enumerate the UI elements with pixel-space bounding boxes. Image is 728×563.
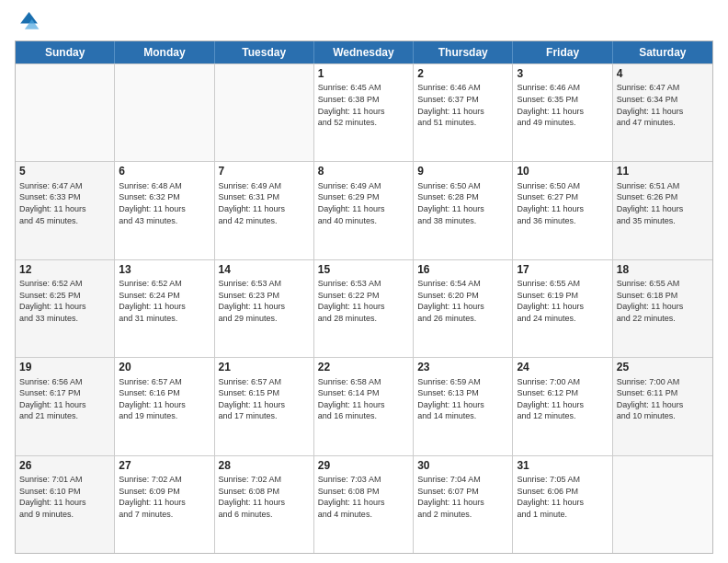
day-number: 23	[417, 361, 508, 373]
cal-cell-2-6: 10Sunrise: 6:50 AM Sunset: 6:27 PM Dayli…	[513, 162, 612, 259]
day-number: 8	[318, 165, 409, 178]
day-info: Sunrise: 6:58 AM Sunset: 6:14 PM Dayligh…	[318, 376, 409, 422]
day-info: Sunrise: 6:53 AM Sunset: 6:23 PM Dayligh…	[219, 278, 310, 324]
day-number: 9	[417, 165, 508, 178]
svg-marker-0	[20, 12, 38, 23]
day-info: Sunrise: 6:51 AM Sunset: 6:26 PM Dayligh…	[617, 180, 709, 226]
calendar-body: 1Sunrise: 6:45 AM Sunset: 6:38 PM Daylig…	[16, 63, 712, 553]
day-number: 13	[119, 263, 210, 276]
calendar-row-3: 12Sunrise: 6:52 AM Sunset: 6:25 PM Dayli…	[16, 259, 712, 357]
cal-cell-1-4: 1Sunrise: 6:45 AM Sunset: 6:38 PM Daylig…	[314, 64, 414, 161]
day-number: 4	[617, 67, 709, 80]
day-number: 17	[517, 263, 608, 276]
day-number: 20	[119, 361, 210, 373]
day-info: Sunrise: 6:59 AM Sunset: 6:13 PM Dayligh…	[417, 376, 508, 422]
day-number: 30	[417, 459, 508, 472]
weekday-header-sunday: Sunday	[16, 41, 115, 63]
cal-cell-1-5: 2Sunrise: 6:46 AM Sunset: 6:37 PM Daylig…	[414, 64, 513, 161]
day-info: Sunrise: 6:49 AM Sunset: 6:29 PM Dayligh…	[318, 180, 409, 226]
day-number: 19	[19, 361, 110, 373]
day-info: Sunrise: 6:57 AM Sunset: 6:16 PM Dayligh…	[119, 376, 210, 422]
day-info: Sunrise: 7:01 AM Sunset: 6:10 PM Dayligh…	[19, 474, 110, 520]
cal-cell-2-2: 6Sunrise: 6:48 AM Sunset: 6:32 PM Daylig…	[115, 162, 214, 259]
day-info: Sunrise: 6:47 AM Sunset: 6:33 PM Dayligh…	[19, 180, 110, 226]
day-info: Sunrise: 7:00 AM Sunset: 6:12 PM Dayligh…	[517, 376, 608, 422]
cal-cell-3-5: 16Sunrise: 6:54 AM Sunset: 6:20 PM Dayli…	[414, 260, 513, 357]
cal-cell-5-4: 29Sunrise: 7:03 AM Sunset: 6:08 PM Dayli…	[314, 456, 414, 553]
cal-cell-4-3: 21Sunrise: 6:57 AM Sunset: 6:15 PM Dayli…	[215, 358, 314, 454]
cal-cell-5-7	[613, 456, 712, 553]
cal-cell-1-6: 3Sunrise: 6:46 AM Sunset: 6:35 PM Daylig…	[513, 64, 612, 161]
cal-cell-3-6: 17Sunrise: 6:55 AM Sunset: 6:19 PM Dayli…	[513, 260, 612, 357]
day-info: Sunrise: 6:50 AM Sunset: 6:28 PM Dayligh…	[417, 180, 508, 226]
day-info: Sunrise: 6:54 AM Sunset: 6:20 PM Dayligh…	[417, 278, 508, 324]
day-info: Sunrise: 7:04 AM Sunset: 6:07 PM Dayligh…	[417, 474, 508, 520]
day-info: Sunrise: 7:03 AM Sunset: 6:08 PM Dayligh…	[318, 474, 409, 520]
cal-cell-5-2: 27Sunrise: 7:02 AM Sunset: 6:09 PM Dayli…	[115, 456, 214, 553]
day-number: 31	[517, 459, 608, 472]
cal-cell-2-5: 9Sunrise: 6:50 AM Sunset: 6:28 PM Daylig…	[414, 162, 513, 259]
day-number: 21	[219, 361, 310, 373]
day-info: Sunrise: 6:46 AM Sunset: 6:37 PM Dayligh…	[417, 82, 508, 128]
weekday-header-saturday: Saturday	[613, 41, 712, 63]
weekday-header-tuesday: Tuesday	[215, 41, 314, 63]
day-info: Sunrise: 7:02 AM Sunset: 6:09 PM Dayligh…	[119, 474, 210, 520]
cal-cell-5-5: 30Sunrise: 7:04 AM Sunset: 6:07 PM Dayli…	[414, 456, 513, 553]
day-info: Sunrise: 7:02 AM Sunset: 6:08 PM Dayligh…	[219, 474, 310, 520]
day-number: 27	[119, 459, 210, 472]
day-number: 22	[318, 361, 409, 373]
day-info: Sunrise: 7:05 AM Sunset: 6:06 PM Dayligh…	[517, 474, 608, 520]
day-info: Sunrise: 6:55 AM Sunset: 6:18 PM Dayligh…	[617, 278, 709, 324]
cal-cell-4-7: 25Sunrise: 7:00 AM Sunset: 6:11 PM Dayli…	[613, 358, 712, 454]
cal-cell-1-3	[215, 64, 314, 161]
day-number: 6	[119, 165, 210, 178]
cal-cell-2-4: 8Sunrise: 6:49 AM Sunset: 6:29 PM Daylig…	[314, 162, 414, 259]
day-number: 11	[617, 165, 709, 178]
calendar: SundayMondayTuesdayWednesdayThursdayFrid…	[15, 40, 713, 554]
day-number: 28	[219, 459, 310, 472]
cal-cell-4-5: 23Sunrise: 6:59 AM Sunset: 6:13 PM Dayli…	[414, 358, 513, 454]
page: SundayMondayTuesdayWednesdayThursdayFrid…	[0, 0, 728, 563]
cal-cell-1-7: 4Sunrise: 6:47 AM Sunset: 6:34 PM Daylig…	[613, 64, 712, 161]
day-number: 12	[19, 263, 110, 276]
day-number: 5	[19, 165, 110, 178]
day-info: Sunrise: 6:49 AM Sunset: 6:31 PM Dayligh…	[219, 180, 310, 226]
cal-cell-4-1: 19Sunrise: 6:56 AM Sunset: 6:17 PM Dayli…	[16, 358, 115, 454]
cal-cell-3-3: 14Sunrise: 6:53 AM Sunset: 6:23 PM Dayli…	[215, 260, 314, 357]
cal-cell-4-2: 20Sunrise: 6:57 AM Sunset: 6:16 PM Dayli…	[115, 358, 214, 454]
calendar-row-4: 19Sunrise: 6:56 AM Sunset: 6:17 PM Dayli…	[16, 357, 712, 454]
day-info: Sunrise: 6:52 AM Sunset: 6:24 PM Dayligh…	[119, 278, 210, 324]
day-info: Sunrise: 6:46 AM Sunset: 6:35 PM Dayligh…	[517, 82, 608, 128]
day-number: 10	[517, 165, 608, 178]
logo	[15, 9, 44, 35]
calendar-row-1: 1Sunrise: 6:45 AM Sunset: 6:38 PM Daylig…	[16, 63, 712, 161]
day-number: 3	[517, 67, 608, 80]
cal-cell-5-1: 26Sunrise: 7:01 AM Sunset: 6:10 PM Dayli…	[16, 456, 115, 553]
calendar-row-5: 26Sunrise: 7:01 AM Sunset: 6:10 PM Dayli…	[16, 455, 712, 553]
day-number: 2	[417, 67, 508, 80]
cal-cell-3-7: 18Sunrise: 6:55 AM Sunset: 6:18 PM Dayli…	[613, 260, 712, 357]
day-number: 18	[617, 263, 709, 276]
day-number: 14	[219, 263, 310, 276]
day-number: 16	[417, 263, 508, 276]
weekday-header-monday: Monday	[115, 41, 214, 63]
cal-cell-3-4: 15Sunrise: 6:53 AM Sunset: 6:22 PM Dayli…	[314, 260, 414, 357]
day-info: Sunrise: 6:48 AM Sunset: 6:32 PM Dayligh…	[119, 180, 210, 226]
day-info: Sunrise: 6:55 AM Sunset: 6:19 PM Dayligh…	[517, 278, 608, 324]
day-number: 25	[617, 361, 709, 373]
day-number: 26	[19, 459, 110, 472]
cal-cell-2-7: 11Sunrise: 6:51 AM Sunset: 6:26 PM Dayli…	[613, 162, 712, 259]
cal-cell-3-1: 12Sunrise: 6:52 AM Sunset: 6:25 PM Dayli…	[16, 260, 115, 357]
logo-icon	[15, 9, 40, 35]
day-info: Sunrise: 6:47 AM Sunset: 6:34 PM Dayligh…	[617, 82, 709, 128]
cal-cell-4-6: 24Sunrise: 7:00 AM Sunset: 6:12 PM Dayli…	[513, 358, 612, 454]
cal-cell-4-4: 22Sunrise: 6:58 AM Sunset: 6:14 PM Dayli…	[314, 358, 414, 454]
day-info: Sunrise: 6:57 AM Sunset: 6:15 PM Dayligh…	[219, 376, 310, 422]
calendar-header: SundayMondayTuesdayWednesdayThursdayFrid…	[16, 41, 712, 63]
day-info: Sunrise: 6:50 AM Sunset: 6:27 PM Dayligh…	[517, 180, 608, 226]
calendar-row-2: 5Sunrise: 6:47 AM Sunset: 6:33 PM Daylig…	[16, 161, 712, 259]
day-number: 15	[318, 263, 409, 276]
weekday-header-wednesday: Wednesday	[314, 41, 414, 63]
cal-cell-2-1: 5Sunrise: 6:47 AM Sunset: 6:33 PM Daylig…	[16, 162, 115, 259]
day-number: 29	[318, 459, 409, 472]
